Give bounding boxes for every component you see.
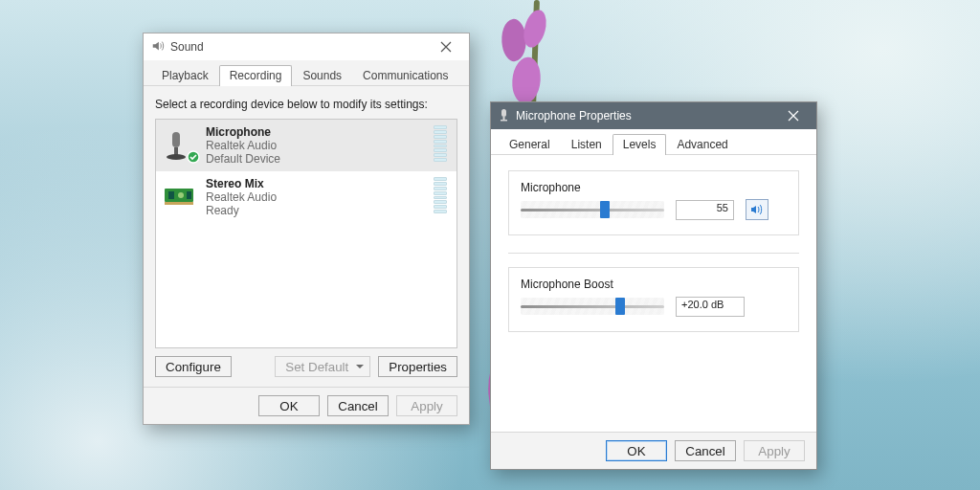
device-microphone[interactable]: Microphone Realtek Audio Default Device: [156, 120, 457, 171]
mp-title: Microphone Properties: [516, 109, 632, 122]
mp-titlebar[interactable]: Microphone Properties: [491, 102, 816, 129]
mic-mute-button[interactable]: [746, 199, 768, 220]
sound-titlebar[interactable]: Sound: [144, 33, 469, 60]
mp-tabs: General Listen Levels Advanced: [491, 129, 816, 155]
device-stereo-mix[interactable]: Stereo Mix Realtek Audio Ready: [156, 171, 457, 223]
svg-rect-10: [503, 117, 505, 120]
mp-apply-button[interactable]: Apply: [744, 440, 805, 461]
mic-level-slider[interactable]: [521, 198, 664, 221]
tab-playback[interactable]: Playback: [151, 65, 219, 86]
level-meter: [434, 125, 451, 162]
mic-level-value[interactable]: 55: [676, 200, 734, 220]
speaker-icon: [151, 39, 165, 56]
svg-point-2: [167, 154, 186, 160]
device-driver: Realtek Audio: [206, 139, 277, 152]
svg-rect-11: [501, 120, 507, 122]
boost-label: Microphone Boost: [521, 278, 787, 291]
properties-button[interactable]: Properties: [378, 356, 457, 377]
sound-apply-button[interactable]: Apply: [396, 395, 457, 416]
svg-point-6: [178, 192, 184, 198]
mp-close-button[interactable]: [778, 102, 809, 129]
device-name: Microphone: [206, 125, 271, 139]
tab-general[interactable]: General: [499, 134, 561, 155]
tab-recording[interactable]: Recording: [219, 65, 293, 86]
sound-close-button[interactable]: [431, 33, 461, 60]
soundcard-icon: [162, 177, 200, 215]
sound-title: Sound: [170, 40, 204, 54]
separator: [508, 253, 799, 254]
sound-cancel-button[interactable]: Cancel: [327, 395, 389, 416]
tab-sounds[interactable]: Sounds: [292, 65, 352, 86]
level-meter: [434, 177, 451, 213]
sound-window: Sound Playback Recording Sounds Communic…: [143, 33, 470, 425]
close-icon: [788, 110, 799, 122]
device-status: Ready: [206, 204, 239, 217]
tab-advanced[interactable]: Advanced: [666, 134, 738, 155]
microphone-boost-group: Microphone Boost +20.0 dB: [508, 267, 799, 332]
boost-value[interactable]: +20.0 dB: [676, 297, 745, 317]
mic-level-label: Microphone: [521, 181, 787, 194]
svg-rect-5: [168, 191, 174, 199]
svg-rect-9: [501, 109, 506, 117]
close-icon: [440, 41, 452, 53]
microphone-device-icon: [162, 125, 200, 164]
set-default-button[interactable]: Set Default: [275, 356, 370, 377]
svg-rect-0: [172, 132, 180, 147]
svg-rect-1: [174, 147, 178, 155]
sound-ok-button[interactable]: OK: [258, 395, 320, 416]
device-name: Stereo Mix: [206, 177, 264, 190]
speaker-icon: [750, 204, 764, 215]
sound-instruction: Select a recording device below to modif…: [155, 98, 457, 111]
device-list[interactable]: Microphone Realtek Audio Default Device: [155, 119, 457, 348]
svg-rect-8: [165, 202, 193, 205]
tound-tab-communications[interactable]: Communications: [352, 65, 458, 86]
mic-properties-window: Microphone Properties General Listen Lev…: [490, 101, 817, 470]
boost-slider[interactable]: [521, 295, 664, 318]
configure-button[interactable]: Configure: [155, 356, 232, 377]
sound-tabs: Playback Recording Sounds Communications: [144, 60, 469, 86]
microphone-icon: [499, 108, 510, 124]
tab-levels[interactable]: Levels: [612, 134, 667, 155]
svg-rect-7: [187, 191, 191, 199]
device-driver: Realtek Audio: [206, 190, 277, 204]
tab-listen[interactable]: Listen: [561, 134, 612, 155]
microphone-level-group: Microphone 55: [508, 170, 799, 235]
device-status: Default Device: [206, 152, 280, 166]
mp-cancel-button[interactable]: Cancel: [675, 440, 736, 461]
mp-ok-button[interactable]: OK: [606, 440, 667, 461]
